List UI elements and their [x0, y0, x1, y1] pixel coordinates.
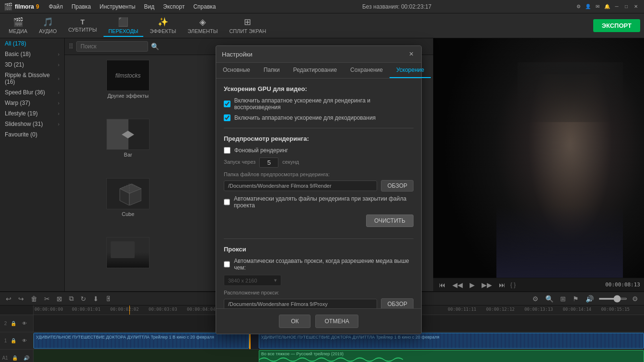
- export-button[interactable]: ЭКСПОРТ: [593, 19, 640, 32]
- render-folder-input[interactable]: [224, 181, 377, 191]
- redo-button[interactable]: ↪: [16, 294, 26, 304]
- search-input[interactable]: [76, 41, 148, 52]
- elements-icon: ◈: [199, 17, 206, 27]
- sidebar-item-speedblur[interactable]: Speed Blur (36) ›: [0, 87, 64, 98]
- tl-clip-v1-1[interactable]: УДИВИТЕЛЬНОЕ ПУТЕШЕСТВИЕ ДОКТОРА ДУЛИТТЛ…: [34, 333, 249, 349]
- tl-marker-button[interactable]: ⚑: [571, 294, 581, 304]
- tl-clip-a1[interactable]: Во все тяжкое — Русский трейлер (2019): [259, 350, 644, 362]
- tl-settings-button[interactable]: ⚙: [530, 294, 540, 304]
- split-button[interactable]: ⧉: [67, 294, 76, 304]
- menu-tools[interactable]: Инструменты: [96, 2, 139, 11]
- dropdown-arrow-icon: ▾: [274, 277, 277, 283]
- chevron-right-icon: ›: [58, 111, 59, 116]
- track-a1-mute[interactable]: 🔊: [22, 354, 31, 362]
- render-clear-button[interactable]: ОЧИСТИТЬ: [366, 215, 414, 227]
- preview-rewind-btn[interactable]: ⏮: [437, 280, 448, 290]
- preview-end-btn[interactable]: ⏭: [497, 280, 507, 290]
- svg-marker-2: [128, 131, 134, 138]
- app-logo: 🎬 filmora9: [4, 2, 39, 11]
- menu-export[interactable]: Экспорт: [159, 2, 188, 11]
- icon-account[interactable]: 👤: [584, 2, 592, 11]
- track-a1-lock[interactable]: 🔒: [10, 354, 20, 362]
- bg-render-checkbox[interactable]: [224, 147, 230, 154]
- chevron-right-icon: ›: [58, 122, 59, 127]
- track-v1-vis[interactable]: 👁: [20, 337, 29, 344]
- proxy-folder-input[interactable]: [224, 299, 377, 308]
- tab-media[interactable]: 🎬 МЕДИА: [4, 15, 32, 37]
- proxy-section-title: Прокси: [224, 246, 414, 253]
- preview-play-btn[interactable]: ▶: [468, 280, 477, 290]
- track-v2-vis[interactable]: 👁: [20, 320, 29, 327]
- tab-effects[interactable]: ✨ ЭФФЕКТЫ: [145, 15, 181, 37]
- preview-prev-btn[interactable]: ◀◀: [450, 280, 465, 290]
- dialog-close-button[interactable]: ×: [407, 50, 415, 58]
- effect-cube[interactable]: Cube: [69, 178, 186, 233]
- tab-basic[interactable]: Основные: [216, 63, 257, 78]
- delete-button[interactable]: 🗑: [29, 294, 39, 304]
- menu-edit[interactable]: Правка: [68, 2, 95, 11]
- crop-button[interactable]: ⊠: [55, 294, 64, 304]
- icon-msg[interactable]: ✉: [593, 2, 602, 11]
- tab-elements[interactable]: ◈ ЭЛЕМЕНТЫ: [183, 15, 222, 37]
- search-button[interactable]: 🔍: [151, 43, 159, 50]
- tab-acceleration[interactable]: Ускорение: [390, 63, 431, 78]
- tl-clip-v1-2[interactable]: УДИВИТЕЛЬНОЕ ПУТЕШЕСТВИЕ ДОКТОРА ДУЛИТТЛ…: [259, 333, 644, 349]
- main-toolbar: 🎬 МЕДИА 🎵 АУДИО T СУБТИТРЫ ⬛ ПЕРЕХОДЫ ✨ …: [0, 13, 644, 38]
- cut-button[interactable]: ✂: [42, 294, 52, 304]
- tab-audio[interactable]: 🎵 АУДИО: [34, 15, 61, 37]
- proxy-auto-create-checkbox[interactable]: [224, 261, 230, 268]
- icon-minimize[interactable]: ─: [612, 2, 621, 11]
- effect-more1[interactable]: [69, 237, 186, 286]
- menu-file[interactable]: Файл: [45, 2, 67, 11]
- tab-edit[interactable]: Редактирование: [287, 63, 344, 78]
- undo-button[interactable]: ↩: [4, 294, 13, 304]
- icon-bell[interactable]: 🔔: [603, 2, 611, 11]
- tab-titles[interactable]: T СУБТИТРЫ: [63, 16, 102, 35]
- render-folder-label: Папка файлов предпросмотра рендеринга:: [224, 171, 414, 177]
- tl-vol-button[interactable]: 🔊: [584, 294, 596, 304]
- tab-transitions[interactable]: ⬛ ПЕРЕХОДЫ: [104, 15, 143, 37]
- sidebar-item-basic[interactable]: Basic (18) ›: [0, 49, 64, 59]
- launch-delay-input[interactable]: [259, 158, 278, 168]
- sidebar-item-lifestyle[interactable]: Lifestyle (19) ›: [0, 108, 64, 119]
- ruler-mark-3: 00:00:03:03: [149, 307, 177, 312]
- ok-button[interactable]: ОК: [279, 315, 310, 328]
- ruler-mark-r5: 00:00:15:15: [601, 307, 630, 312]
- tab-splitscreen[interactable]: ⊞ СПЛИТ ЭКРАН: [224, 15, 271, 37]
- track-v2-lock[interactable]: 🔒: [9, 320, 18, 327]
- auto-delete-render-checkbox[interactable]: [224, 199, 230, 205]
- sidebar-item-ripple[interactable]: Ripple & Dissolve (16) ›: [0, 70, 64, 87]
- sidebar-item-3d[interactable]: 3D (21) ›: [0, 59, 64, 70]
- playhead[interactable]: [129, 305, 130, 315]
- rotate-button[interactable]: ↻: [79, 294, 88, 304]
- download-button[interactable]: ⬇: [91, 294, 101, 304]
- proxy-resolution-dropdown[interactable]: 3840 x 2160 ▾: [224, 275, 281, 286]
- cancel-button[interactable]: ОТМЕНА: [315, 315, 358, 328]
- audio-adjust-button[interactable]: 🎚: [104, 294, 114, 304]
- sidebar-item-slideshow[interactable]: Slideshow (31) ›: [0, 119, 64, 129]
- proxy-browse-button[interactable]: ОБЗОР: [381, 298, 414, 308]
- menu-help[interactable]: Справка: [189, 2, 219, 11]
- gpu-hw-render-checkbox[interactable]: [224, 101, 230, 107]
- preview-next-btn[interactable]: ▶▶: [480, 280, 494, 290]
- sidebar-item-warp[interactable]: Warp (37) ›: [0, 98, 64, 108]
- sidebar-item-all[interactable]: All (178): [0, 38, 64, 49]
- tl-snap-button[interactable]: ⊞: [558, 294, 568, 304]
- gpu-hw-decode-checkbox[interactable]: [224, 114, 230, 121]
- tab-folders[interactable]: Папки: [257, 63, 287, 78]
- separator1: [224, 128, 414, 128]
- sidebar-item-favourite[interactable]: Favourite (0): [0, 129, 64, 140]
- menu-view[interactable]: Вид: [140, 2, 159, 11]
- icon-maximize[interactable]: □: [622, 2, 631, 11]
- effect-bar[interactable]: Bar: [69, 119, 186, 174]
- render-browse-button[interactable]: ОБЗОР: [381, 180, 414, 192]
- tl-vol-slider[interactable]: [598, 298, 627, 300]
- track-v1-lock[interactable]: 🔒: [9, 337, 18, 344]
- icon-close[interactable]: ✕: [632, 2, 640, 11]
- tl-zoom-in-button[interactable]: 🔍: [543, 294, 555, 304]
- icon-settings[interactable]: ⚙: [574, 2, 583, 11]
- ruler-mark-1: 00:00:01:01: [72, 307, 101, 312]
- tl-settings2-button[interactable]: ⚙: [630, 294, 640, 304]
- effect-filmstocks[interactable]: filmstocks Другие эффекты: [69, 60, 186, 115]
- tab-save[interactable]: Сохранение: [344, 63, 390, 78]
